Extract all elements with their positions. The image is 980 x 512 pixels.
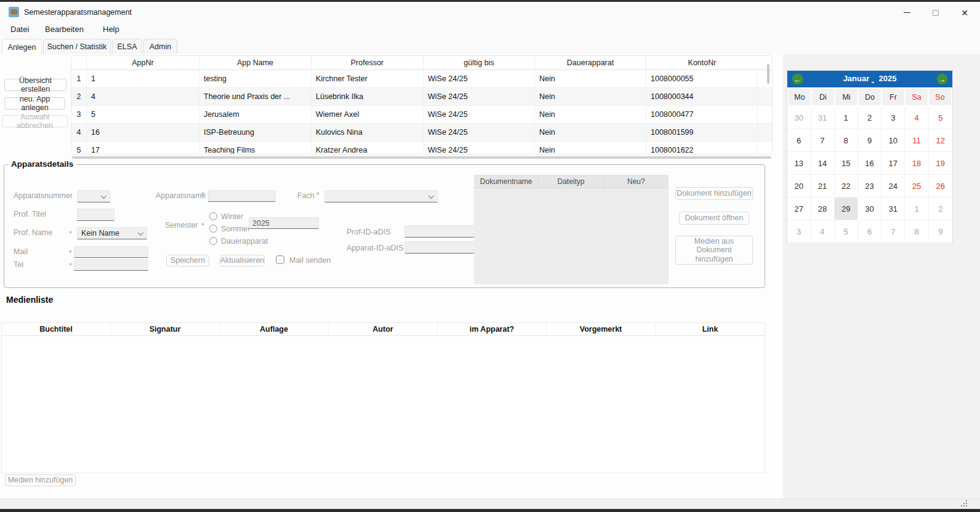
dauerapparat-radio[interactable] (209, 237, 217, 245)
table-row[interactable]: 35JerusalemWiemer AxelWiSe 24/25Nein1008… (71, 106, 772, 124)
apparatsnummer-combobox[interactable] (77, 190, 110, 202)
prof-name-combobox[interactable]: Kein Name (77, 227, 147, 239)
tab-strip: Anlegen Suchen / Statistik ELSA Admin (0, 38, 980, 54)
prof-id-adis-input[interactable] (404, 225, 476, 238)
calendar-day[interactable]: 3 (882, 106, 905, 129)
calendar-day[interactable]: 5 (929, 106, 952, 129)
weekday-header: Mo (789, 89, 811, 105)
calendar-day[interactable]: 2 (929, 198, 952, 220)
menu-item-bearbeiten[interactable]: Bearbeiten (42, 23, 86, 35)
calendar-day[interactable]: 31 (811, 106, 834, 129)
calendar-day[interactable]: 2 (858, 106, 882, 129)
apparat-table-column-header[interactable]: AppNr (87, 56, 199, 70)
auswahl-abbrechen-button[interactable]: Auswahl abbrechen (2, 115, 68, 127)
aktualisieren-button[interactable]: Aktualisieren (220, 255, 265, 266)
calendar-day[interactable]: 22 (835, 175, 858, 198)
calendar-day[interactable]: 30 (787, 106, 811, 129)
dokument-hinzufuegen-button[interactable]: Dokument hinzufügen (675, 187, 753, 200)
calendar-day[interactable]: 9 (858, 129, 882, 152)
calendar-day[interactable]: 3 (787, 220, 811, 243)
close-button[interactable]: ✕ (950, 4, 979, 22)
fach-combobox[interactable] (324, 190, 438, 202)
apparat-table-column-header[interactable]: KontoNr (646, 56, 758, 70)
calendar-day[interactable]: 7 (882, 220, 905, 243)
calendar-day[interactable]: 13 (787, 152, 811, 175)
speichern-button[interactable]: Speichern (166, 255, 209, 266)
calendar-day[interactable]: 24 (882, 175, 905, 198)
calendar-day[interactable]: 4 (811, 220, 834, 243)
tab-admin[interactable]: Admin (143, 39, 177, 55)
menu-item-datei[interactable]: Datei (8, 23, 31, 35)
calendar-day[interactable]: 7 (811, 129, 834, 152)
semester-year-input[interactable] (249, 217, 319, 229)
table-row[interactable]: 416ISP-BetreuungKulovics NinaWiSe 24/25N… (71, 124, 772, 142)
table-row[interactable]: 11testingKirchner TesterWiSe 24/25Nein10… (71, 70, 772, 88)
calendar-day[interactable]: 28 (811, 198, 834, 220)
calendar-title[interactable]: Januar⌄ 2025 (787, 74, 952, 84)
maximize-button[interactable] (922, 4, 950, 22)
tel-input[interactable] (74, 259, 148, 271)
calendar-day[interactable]: 1 (835, 106, 858, 129)
calendar-next-button[interactable]: → (936, 73, 948, 85)
resize-grip[interactable] (961, 505, 962, 506)
neue-app-anlegen-button[interactable]: neu. App anlegen (4, 97, 65, 110)
table-row[interactable]: 24Theorie und Praxis der ...Lüsebrink Il… (71, 88, 772, 106)
uebersicht-erstellen-button[interactable]: Übersicht erstellen (4, 79, 66, 91)
calendar-day[interactable]: 27 (787, 198, 811, 220)
calendar-day[interactable]: 20 (787, 175, 811, 198)
calendar-day[interactable]: 12 (929, 129, 952, 152)
calendar-day[interactable]: 17 (882, 152, 905, 175)
tab-anlegen[interactable]: Anlegen (2, 39, 42, 55)
apparat-table-column-header[interactable]: App Name (199, 56, 311, 70)
apparat-table-vertical-scrollbar[interactable] (767, 64, 769, 84)
apparatsname-input[interactable] (208, 190, 276, 202)
table-cell: 16 (87, 124, 199, 141)
medien-hinzufuegen-button[interactable]: Medien hinzufügen (5, 474, 76, 486)
calendar-day[interactable]: 23 (858, 175, 882, 198)
dokument-oeffnen-button[interactable]: Dokument öffnen (679, 212, 749, 225)
tab-elsa[interactable]: ELSA (112, 39, 142, 55)
calendar-day[interactable]: 1 (905, 198, 928, 220)
calendar-day[interactable]: 15 (835, 152, 858, 175)
tab-suchen-statistik[interactable]: Suchen / Statistik (43, 39, 111, 55)
medienliste-column-header: Autor (329, 323, 438, 335)
menu-item-help[interactable]: Help (100, 23, 122, 35)
calendar-day[interactable]: 4 (905, 106, 928, 129)
calendar-prev-button[interactable]: ← (792, 73, 803, 85)
apparat-table-column-header[interactable]: Dauerapparat (535, 56, 646, 70)
mail-senden-checkbox[interactable] (276, 255, 284, 264)
apparat-table-column-header[interactable]: Professor (311, 56, 424, 70)
mail-input[interactable] (74, 246, 148, 258)
calendar-day[interactable]: 29 (835, 198, 858, 220)
minimize-button[interactable] (893, 4, 921, 22)
calendar-day[interactable]: 25 (905, 175, 928, 198)
medien-aus-dokument-button[interactable]: Medien aus Dokument hinzufügen (675, 236, 753, 265)
calendar-day[interactable]: 6 (858, 220, 882, 243)
apparat-table-header-row: AppNrApp NameProfessorgültig bisDauerapp… (71, 56, 772, 70)
calendar-day[interactable]: 26 (929, 175, 952, 198)
weekday-header: Mi (835, 89, 857, 105)
calendar-day[interactable]: 11 (905, 129, 928, 152)
apparat-table-column-header[interactable]: gültig bis (424, 56, 535, 70)
sommer-radio[interactable] (209, 225, 217, 233)
calendar-day[interactable]: 18 (905, 152, 928, 175)
calendar-day-grid: 3031123456789101112131415161718192021222… (787, 106, 952, 243)
table-row[interactable]: 517Teaching FilmsKratzer AndreaWiSe 24/2… (71, 142, 772, 154)
calendar-day[interactable]: 19 (929, 152, 952, 175)
calendar-day[interactable]: 5 (835, 220, 858, 243)
calendar-day[interactable]: 6 (787, 129, 811, 152)
calendar-day[interactable]: 30 (858, 198, 882, 220)
apparat-table-horizontal-scrollbar[interactable] (72, 156, 771, 159)
calendar-day[interactable]: 8 (905, 220, 928, 243)
calendar-day[interactable]: 31 (882, 198, 905, 220)
calendar-day[interactable]: 10 (882, 129, 905, 152)
prof-titel-input[interactable] (77, 209, 114, 221)
calendar-day[interactable]: 9 (929, 220, 952, 243)
apparat-id-adis-input[interactable] (404, 241, 476, 254)
calendar-day[interactable]: 8 (835, 129, 858, 152)
calendar-day[interactable]: 14 (811, 152, 834, 175)
row-number: 4 (71, 124, 87, 141)
calendar-day[interactable]: 16 (858, 152, 882, 175)
winter-radio[interactable] (209, 212, 217, 220)
calendar-day[interactable]: 21 (811, 175, 834, 198)
